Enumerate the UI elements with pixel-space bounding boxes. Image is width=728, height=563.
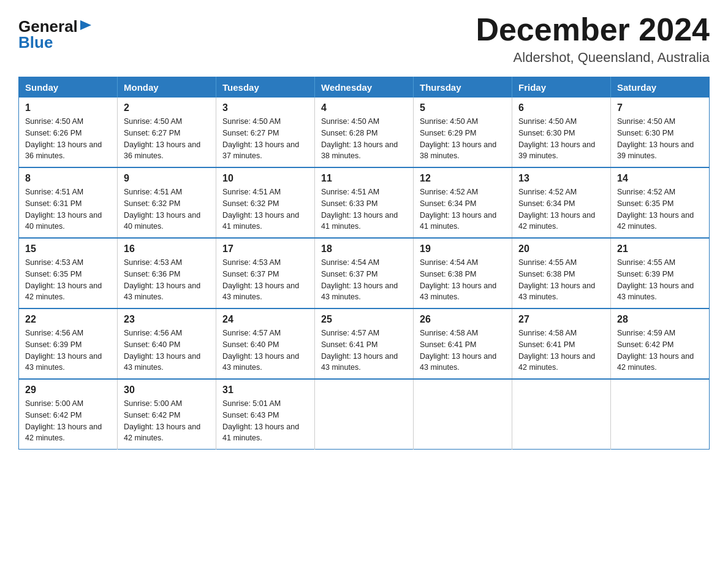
- day-number: 12: [420, 173, 506, 184]
- day-info: Sunrise: 4:50 AM Sunset: 6:28 PM Dayligh…: [321, 116, 407, 162]
- svg-marker-0: [80, 20, 91, 30]
- calendar-cell: 16 Sunrise: 4:53 AM Sunset: 6:36 PM Dayl…: [118, 238, 216, 308]
- calendar-cell: 17 Sunrise: 4:53 AM Sunset: 6:37 PM Dayl…: [216, 238, 315, 308]
- day-number: 16: [124, 243, 210, 255]
- day-number: 24: [222, 314, 308, 325]
- calendar-cell: 30 Sunrise: 5:00 AM Sunset: 6:42 PM Dayl…: [118, 379, 216, 450]
- calendar-cell: 23 Sunrise: 4:56 AM Sunset: 6:40 PM Dayl…: [118, 308, 216, 379]
- calendar-cell: 15 Sunrise: 4:53 AM Sunset: 6:35 PM Dayl…: [19, 238, 118, 308]
- column-header-friday: Friday: [512, 77, 611, 98]
- day-info: Sunrise: 4:51 AM Sunset: 6:32 PM Dayligh…: [222, 186, 308, 232]
- calendar-cell: 21 Sunrise: 4:55 AM Sunset: 6:39 PM Dayl…: [611, 238, 710, 308]
- day-info: Sunrise: 4:56 AM Sunset: 6:39 PM Dayligh…: [25, 327, 111, 373]
- day-number: 6: [518, 102, 604, 113]
- day-number: 14: [617, 173, 703, 184]
- calendar-week-row: 1 Sunrise: 4:50 AM Sunset: 6:26 PM Dayli…: [19, 98, 710, 167]
- calendar-cell: 18 Sunrise: 4:54 AM Sunset: 6:37 PM Dayl…: [315, 238, 414, 308]
- day-number: 15: [25, 243, 111, 255]
- day-number: 11: [321, 173, 407, 184]
- day-info: Sunrise: 4:50 AM Sunset: 6:27 PM Dayligh…: [222, 116, 308, 162]
- calendar-cell: 28 Sunrise: 4:59 AM Sunset: 6:42 PM Dayl…: [611, 308, 710, 379]
- day-info: Sunrise: 4:58 AM Sunset: 6:41 PM Dayligh…: [518, 327, 604, 373]
- day-number: 29: [25, 385, 111, 396]
- day-info: Sunrise: 4:58 AM Sunset: 6:41 PM Dayligh…: [420, 327, 506, 373]
- calendar-cell: 4 Sunrise: 4:50 AM Sunset: 6:28 PM Dayli…: [315, 98, 414, 167]
- day-number: 28: [617, 314, 703, 325]
- column-header-sunday: Sunday: [19, 77, 118, 98]
- calendar-cell: 3 Sunrise: 4:50 AM Sunset: 6:27 PM Dayli…: [216, 98, 315, 167]
- calendar-cell: 26 Sunrise: 4:58 AM Sunset: 6:41 PM Dayl…: [414, 308, 512, 379]
- day-number: 9: [124, 173, 210, 184]
- title-area: December 2024 Aldershot, Queensland, Aus…: [476, 12, 710, 66]
- calendar-cell: 7 Sunrise: 4:50 AM Sunset: 6:30 PM Dayli…: [611, 98, 710, 167]
- day-info: Sunrise: 4:55 AM Sunset: 6:39 PM Dayligh…: [617, 257, 703, 303]
- day-number: 21: [617, 243, 703, 255]
- day-info: Sunrise: 4:59 AM Sunset: 6:42 PM Dayligh…: [617, 327, 703, 373]
- day-number: 10: [222, 173, 308, 184]
- calendar-cell: 24 Sunrise: 4:57 AM Sunset: 6:40 PM Dayl…: [216, 308, 315, 379]
- day-number: 27: [518, 314, 604, 325]
- day-number: 3: [222, 102, 308, 113]
- location-subtitle: Aldershot, Queensland, Australia: [476, 50, 710, 66]
- day-info: Sunrise: 4:53 AM Sunset: 6:35 PM Dayligh…: [25, 257, 111, 303]
- month-title: December 2024: [476, 12, 710, 47]
- day-number: 17: [222, 243, 308, 255]
- day-info: Sunrise: 4:54 AM Sunset: 6:37 PM Dayligh…: [321, 257, 407, 303]
- calendar-cell: 10 Sunrise: 4:51 AM Sunset: 6:32 PM Dayl…: [216, 167, 315, 238]
- calendar-table: SundayMondayTuesdayWednesdayThursdayFrid…: [18, 77, 710, 450]
- day-info: Sunrise: 4:50 AM Sunset: 6:29 PM Dayligh…: [420, 116, 506, 162]
- calendar-week-row: 29 Sunrise: 5:00 AM Sunset: 6:42 PM Dayl…: [19, 379, 710, 450]
- logo-triangle-icon: [79, 19, 93, 31]
- calendar-cell: 14 Sunrise: 4:52 AM Sunset: 6:35 PM Dayl…: [611, 167, 710, 238]
- column-header-tuesday: Tuesday: [216, 77, 315, 98]
- column-header-monday: Monday: [118, 77, 216, 98]
- calendar-cell: 20 Sunrise: 4:55 AM Sunset: 6:38 PM Dayl…: [512, 238, 611, 308]
- day-number: 7: [617, 102, 703, 113]
- day-info: Sunrise: 4:57 AM Sunset: 6:41 PM Dayligh…: [321, 327, 407, 373]
- column-header-saturday: Saturday: [611, 77, 710, 98]
- day-number: 13: [518, 173, 604, 184]
- day-info: Sunrise: 4:51 AM Sunset: 6:33 PM Dayligh…: [321, 186, 407, 232]
- day-info: Sunrise: 4:51 AM Sunset: 6:32 PM Dayligh…: [124, 186, 210, 232]
- day-info: Sunrise: 4:54 AM Sunset: 6:38 PM Dayligh…: [420, 257, 506, 303]
- day-number: 23: [124, 314, 210, 325]
- day-number: 1: [25, 102, 111, 113]
- day-number: 30: [124, 385, 210, 396]
- calendar-cell: [512, 379, 611, 450]
- day-info: Sunrise: 4:57 AM Sunset: 6:40 PM Dayligh…: [222, 327, 308, 373]
- day-number: 19: [420, 243, 506, 255]
- calendar-cell: [414, 379, 512, 450]
- column-header-wednesday: Wednesday: [315, 77, 414, 98]
- calendar-cell: 1 Sunrise: 4:50 AM Sunset: 6:26 PM Dayli…: [19, 98, 118, 167]
- calendar-cell: 27 Sunrise: 4:58 AM Sunset: 6:41 PM Dayl…: [512, 308, 611, 379]
- header: General Blue December 2024 Aldershot, Qu…: [18, 12, 710, 66]
- day-info: Sunrise: 4:55 AM Sunset: 6:38 PM Dayligh…: [518, 257, 604, 303]
- logo-general-text: General: [18, 18, 78, 34]
- day-info: Sunrise: 4:56 AM Sunset: 6:40 PM Dayligh…: [124, 327, 210, 373]
- day-info: Sunrise: 4:52 AM Sunset: 6:34 PM Dayligh…: [518, 186, 604, 232]
- logo-blue-text: Blue: [18, 33, 53, 52]
- day-info: Sunrise: 4:50 AM Sunset: 6:26 PM Dayligh…: [25, 116, 111, 162]
- day-info: Sunrise: 5:00 AM Sunset: 6:42 PM Dayligh…: [124, 398, 210, 444]
- day-number: 8: [25, 173, 111, 184]
- day-number: 18: [321, 243, 407, 255]
- day-info: Sunrise: 5:00 AM Sunset: 6:42 PM Dayligh…: [25, 398, 111, 444]
- day-number: 4: [321, 102, 407, 113]
- calendar-cell: 8 Sunrise: 4:51 AM Sunset: 6:31 PM Dayli…: [19, 167, 118, 238]
- calendar-cell: 12 Sunrise: 4:52 AM Sunset: 6:34 PM Dayl…: [414, 167, 512, 238]
- calendar-cell: 6 Sunrise: 4:50 AM Sunset: 6:30 PM Dayli…: [512, 98, 611, 167]
- calendar-cell: 31 Sunrise: 5:01 AM Sunset: 6:43 PM Dayl…: [216, 379, 315, 450]
- day-info: Sunrise: 4:53 AM Sunset: 6:37 PM Dayligh…: [222, 257, 308, 303]
- calendar-cell: 5 Sunrise: 4:50 AM Sunset: 6:29 PM Dayli…: [414, 98, 512, 167]
- day-info: Sunrise: 4:50 AM Sunset: 6:30 PM Dayligh…: [518, 116, 604, 162]
- day-number: 31: [222, 385, 308, 396]
- day-info: Sunrise: 4:52 AM Sunset: 6:35 PM Dayligh…: [617, 186, 703, 232]
- day-info: Sunrise: 5:01 AM Sunset: 6:43 PM Dayligh…: [222, 398, 308, 444]
- day-info: Sunrise: 4:50 AM Sunset: 6:27 PM Dayligh…: [124, 116, 210, 162]
- calendar-cell: 22 Sunrise: 4:56 AM Sunset: 6:39 PM Dayl…: [19, 308, 118, 379]
- day-number: 20: [518, 243, 604, 255]
- day-info: Sunrise: 4:50 AM Sunset: 6:30 PM Dayligh…: [617, 116, 703, 162]
- calendar-cell: 19 Sunrise: 4:54 AM Sunset: 6:38 PM Dayl…: [414, 238, 512, 308]
- calendar-cell: 13 Sunrise: 4:52 AM Sunset: 6:34 PM Dayl…: [512, 167, 611, 238]
- calendar-cell: 9 Sunrise: 4:51 AM Sunset: 6:32 PM Dayli…: [118, 167, 216, 238]
